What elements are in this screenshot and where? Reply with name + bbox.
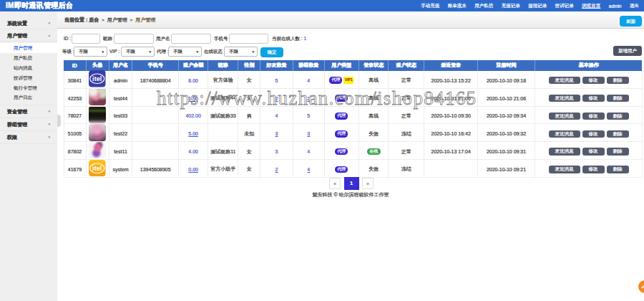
svg-text:itel: itel xyxy=(93,76,102,83)
svg-text:itel: itel xyxy=(93,165,102,172)
